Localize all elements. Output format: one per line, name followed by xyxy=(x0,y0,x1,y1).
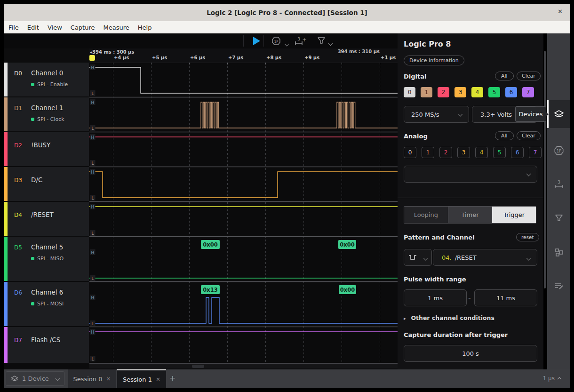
tab-session-1[interactable]: Session 1 × xyxy=(117,369,166,388)
tab-session-0[interactable]: Session 0 × xyxy=(68,369,116,388)
vertical-scrollbar-thumb[interactable] xyxy=(544,51,546,288)
analog-channel-5[interactable]: 5 xyxy=(493,147,506,158)
wave-d7[interactable]: HL xyxy=(89,329,398,361)
protocol-analyzer-icon[interactable]: 1F xyxy=(271,36,288,48)
device-information-button[interactable]: Device Information xyxy=(404,56,464,65)
wave-d0[interactable]: HL xyxy=(89,64,398,96)
chevron-down-icon xyxy=(55,376,60,381)
digital-channel-0[interactable]: 0 xyxy=(404,87,415,97)
channel-card-d2[interactable]: D2!BUSY xyxy=(4,132,89,166)
pulse-width-label: Pulse width range xyxy=(404,276,466,283)
channel-card-d0[interactable]: D0Channel 0SPI - Enable xyxy=(4,63,89,96)
analog-rate-select[interactable] xyxy=(404,166,537,183)
channel-card-d7[interactable]: D7Flash /CS xyxy=(4,327,89,363)
trigger-pattern-select[interactable] xyxy=(404,249,432,266)
wave-d5[interactable]: HL0x000x00 xyxy=(89,240,398,281)
play-capture-button[interactable] xyxy=(253,37,260,45)
digital-channel-1[interactable]: 1 xyxy=(421,87,432,97)
analog-all-button[interactable]: All xyxy=(495,131,514,140)
digital-channel-7[interactable]: 7 xyxy=(522,87,534,97)
menu-edit[interactable]: Edit xyxy=(23,24,43,31)
logic-level-label: L xyxy=(91,321,94,326)
tab-looping[interactable]: Looping xyxy=(404,207,448,223)
chevron-up-icon xyxy=(557,377,562,380)
sample-rate-select[interactable]: 250 MS/s xyxy=(404,106,469,123)
waveform-canvas[interactable]: HLHLHLHLHLHL0x000x00HL0x130x00HL xyxy=(89,63,398,364)
rail-notes-button[interactable] xyxy=(547,272,570,300)
toolbar-separator xyxy=(263,35,264,47)
window-title: Logic 2 [Logic Pro 8 - Connected] [Sessi… xyxy=(207,9,367,16)
rail-filter-button[interactable] xyxy=(547,204,570,232)
logic-level-label: H xyxy=(91,65,95,70)
rail-measurements-button[interactable]: 3 xyxy=(547,170,570,198)
add-session-button[interactable]: + xyxy=(169,374,175,383)
reset-button[interactable]: reset xyxy=(516,233,539,241)
tab-trigger[interactable]: Trigger xyxy=(492,207,536,223)
digital-channel-6[interactable]: 6 xyxy=(505,87,517,97)
wave-d2[interactable]: HL xyxy=(89,134,398,166)
trigger-channel-select[interactable]: 04. /RESET xyxy=(433,249,537,266)
close-tab-icon[interactable]: × xyxy=(156,376,160,383)
pulse-min-input[interactable]: 1 ms xyxy=(404,289,467,306)
pulse-max-input[interactable]: 11 ms xyxy=(474,289,537,306)
timeline-zoom-scale[interactable]: 1 µs xyxy=(543,375,562,382)
filter-icon[interactable] xyxy=(317,36,332,48)
wave-d3[interactable]: HL xyxy=(89,169,398,200)
wave-d6[interactable]: HL0x130x00 xyxy=(89,285,398,326)
toolbar-separator xyxy=(243,35,244,47)
menu-measure[interactable]: Measure xyxy=(99,24,134,31)
digital-all-button[interactable]: All xyxy=(495,72,514,80)
menu-capture[interactable]: Capture xyxy=(66,24,99,31)
close-button[interactable]: ✕ xyxy=(558,8,563,15)
wave-d1[interactable]: HL xyxy=(89,99,398,131)
digital-channel-4[interactable]: 4 xyxy=(471,87,483,97)
analog-channel-0[interactable]: 0 xyxy=(404,147,416,158)
channel-index-label: D0 xyxy=(14,70,22,77)
analog-channel-2[interactable]: 2 xyxy=(439,147,452,158)
logic-level-label: L xyxy=(91,357,94,361)
digital-clear-button[interactable]: Clear xyxy=(517,72,541,80)
other-channel-conditions-toggle[interactable]: ▸ Other channel conditions xyxy=(404,314,494,321)
logic-level-label: H xyxy=(91,135,95,140)
analog-channel-1[interactable]: 1 xyxy=(422,147,434,158)
section-divider xyxy=(398,198,543,198)
digital-channel-3[interactable]: 3 xyxy=(454,87,466,97)
wave-d4[interactable]: HL xyxy=(89,204,398,236)
analog-channel-6[interactable]: 6 xyxy=(511,147,524,158)
menu-help[interactable]: Help xyxy=(134,24,156,31)
menu-view[interactable]: View xyxy=(43,24,66,31)
analog-channel-3[interactable]: 3 xyxy=(457,147,470,158)
close-tab-icon[interactable]: × xyxy=(106,376,111,382)
rail-analyzers-button[interactable]: 1F xyxy=(547,136,570,164)
channel-card-d4[interactable]: D4/RESET xyxy=(4,202,89,236)
channel-card-d1[interactable]: D1Channel 1SPI - Clock xyxy=(4,97,89,131)
channel-index-label: D1 xyxy=(14,105,22,112)
horizontal-scrollbar-thumb[interactable] xyxy=(192,365,204,368)
channel-color-stripe xyxy=(4,63,8,96)
channel-card-d5[interactable]: D5Channel 5SPI - MISO xyxy=(4,237,89,281)
analog-channel-4[interactable]: 4 xyxy=(475,147,488,158)
ruler-tick-label: +8 µs xyxy=(266,55,281,60)
rail-devices-button[interactable] xyxy=(547,100,570,128)
timeline-marker[interactable] xyxy=(89,55,95,61)
analog-clear-button[interactable]: Clear xyxy=(517,131,541,140)
menu-file[interactable]: File xyxy=(4,24,23,31)
logic-level-label: L xyxy=(91,231,94,236)
channel-card-d6[interactable]: D6Channel 6SPI - MOSI xyxy=(4,282,89,326)
capture-duration-input[interactable]: 100 s xyxy=(404,345,537,362)
device-selector[interactable]: 1 Device xyxy=(6,371,64,386)
decoded-data-text: 0x00 xyxy=(340,241,354,248)
digital-channel-5[interactable]: 5 xyxy=(488,87,500,97)
channel-index-label: D2 xyxy=(14,142,22,149)
tab-timer[interactable]: Timer xyxy=(448,207,493,223)
horizontal-scrollbar[interactable] xyxy=(89,364,398,368)
ruler-tick-label: +1 µs xyxy=(381,55,396,60)
analog-channel-7[interactable]: 7 xyxy=(529,147,542,158)
rail-extensions-button[interactable] xyxy=(547,238,570,266)
digital-channel-2[interactable]: 2 xyxy=(438,87,449,97)
channel-protocol-label: SPI - MOSI xyxy=(31,301,64,307)
measurements-icon[interactable]: 3 + xyxy=(295,37,307,48)
time-ruler[interactable]: ◂394 ms : 300 µs 394 ms : 310 µs +4 µs+5… xyxy=(89,48,398,63)
channel-card-d3[interactable]: D3D/C xyxy=(4,167,89,201)
range-dash: - xyxy=(468,293,471,302)
